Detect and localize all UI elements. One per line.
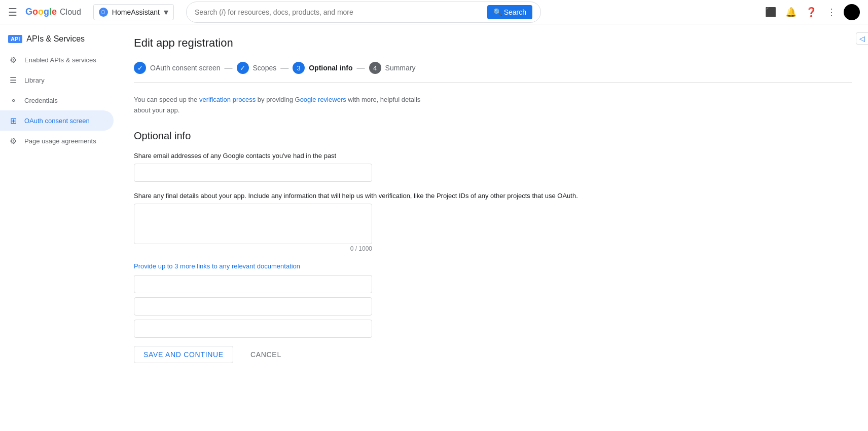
step-3-circle: 3 <box>293 62 305 74</box>
page-usage-icon: ⚙ <box>8 136 18 146</box>
optional-info-title: Optional info <box>134 130 852 142</box>
sidebar-item-library[interactable]: ☰ Library <box>0 70 114 90</box>
step-4-circle: 4 <box>369 62 381 74</box>
project-selector[interactable]: HomeAssistant ▾ <box>93 4 174 20</box>
step-2-label: Scopes <box>253 64 277 72</box>
chevron-down-icon: ▾ <box>164 7 168 18</box>
link-input-3[interactable] <box>134 320 372 338</box>
step-connector-1: — <box>225 63 233 72</box>
step-optional-info: 3 Optional info <box>293 62 352 74</box>
navbar-right: ⬛ 🔔 ❓ ⋮ <box>763 4 860 20</box>
sidebar-item-enabled-apis[interactable]: ⚙ Enabled APIs & services <box>0 50 114 70</box>
project-selector-icon <box>99 8 108 17</box>
links-field-label[interactable]: Provide up to 3 more links to any releva… <box>134 262 852 270</box>
link-input-2[interactable] <box>134 297 372 316</box>
link-input-1[interactable] <box>134 275 372 293</box>
navbar: ☰ Google Cloud HomeAssistant ▾ 🔍 Search … <box>0 0 868 24</box>
main-content: ◁ Edit app registration ✓ OAuth consent … <box>118 24 868 431</box>
step-1-circle: ✓ <box>134 62 146 74</box>
save-and-continue-button[interactable]: SAVE AND CONTINUE <box>134 346 233 363</box>
library-icon: ☰ <box>8 75 18 85</box>
collapse-sidebar-button[interactable]: ◁ <box>856 32 868 45</box>
hamburger-icon[interactable]: ☰ <box>8 6 17 18</box>
page-title: Edit app registration <box>134 36 852 50</box>
project-name: HomeAssistant <box>112 8 160 16</box>
search-button-label: Search <box>504 8 526 16</box>
step-oauth-consent: ✓ OAuth consent screen <box>134 62 221 74</box>
navbar-left: ☰ Google Cloud HomeAssistant ▾ <box>8 4 174 20</box>
credentials-icon: ⚬ <box>8 95 18 105</box>
email-field-label: Share email addresses of any Google cont… <box>134 152 852 160</box>
search-input[interactable] <box>195 8 483 16</box>
api-badge: API <box>8 35 22 43</box>
terminal-icon[interactable]: ⬛ <box>763 4 779 20</box>
logo-google: Google <box>25 7 57 17</box>
more-options-icon[interactable]: ⋮ <box>823 4 840 20</box>
oauth-icon: ⊞ <box>8 115 18 126</box>
search-icon: 🔍 <box>493 8 502 16</box>
google-reviewers-link[interactable]: Google reviewers <box>295 96 346 103</box>
google-cloud-logo: Google Cloud <box>25 7 81 17</box>
sidebar-item-label: Page usage agreements <box>24 137 96 145</box>
help-icon[interactable]: ❓ <box>803 4 819 20</box>
bell-icon[interactable]: 🔔 <box>783 4 799 20</box>
step-connector-2: — <box>280 63 288 72</box>
step-2-circle: ✓ <box>237 62 249 74</box>
avatar[interactable] <box>844 4 860 20</box>
app-body: API APIs & Services ⚙ Enabled APIs & ser… <box>0 24 868 431</box>
gear-icon: ⚙ <box>8 55 18 65</box>
step-summary: 4 Summary <box>369 62 416 74</box>
description-text: You can speed up the verification proces… <box>134 95 438 116</box>
step-1-label: OAuth consent screen <box>150 64 221 72</box>
search-bar: 🔍 Search <box>186 2 541 23</box>
cancel-button[interactable]: CANCEL <box>241 346 291 363</box>
search-button[interactable]: 🔍 Search <box>487 5 532 19</box>
sidebar-item-page-usage[interactable]: ⚙ Page usage agreements <box>0 131 114 151</box>
sidebar-item-label: Library <box>24 76 45 84</box>
sidebar-item-credentials[interactable]: ⚬ Credentials <box>0 90 114 110</box>
sidebar-item-label: OAuth consent screen <box>24 117 90 125</box>
details-textarea[interactable] <box>134 204 372 244</box>
step-scopes: ✓ Scopes <box>237 62 277 74</box>
details-field-label: Share any final details about your app. … <box>134 192 852 200</box>
sidebar-title: APIs & Services <box>26 34 85 44</box>
step-4-label: Summary <box>385 64 416 72</box>
sidebar: API APIs & Services ⚙ Enabled APIs & ser… <box>0 24 118 431</box>
sidebar-item-oauth-consent[interactable]: ⊞ OAuth consent screen <box>0 110 114 131</box>
sidebar-item-label: Enabled APIs & services <box>24 56 96 64</box>
verification-link[interactable]: verification process <box>199 96 256 103</box>
sidebar-header: API APIs & Services <box>0 28 118 50</box>
step-3-label: Optional info <box>309 64 352 72</box>
button-row: SAVE AND CONTINUE CANCEL <box>134 346 852 363</box>
cloud-text: Cloud <box>60 8 81 17</box>
email-input[interactable] <box>134 164 372 182</box>
stepper: ✓ OAuth consent screen — ✓ Scopes — 3 Op… <box>134 62 852 83</box>
step-connector-3: — <box>357 63 365 72</box>
char-count: 0 / 1000 <box>134 245 372 252</box>
sidebar-item-label: Credentials <box>24 97 58 104</box>
